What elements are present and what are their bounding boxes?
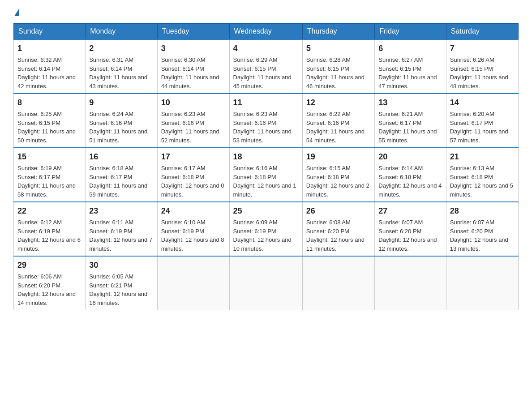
daylight-label: Daylight: 11 hours and 44 minutes. bbox=[161, 74, 219, 90]
daylight-label: Daylight: 12 hours and 0 minutes. bbox=[161, 182, 224, 198]
daylight-label: Daylight: 11 hours and 43 minutes. bbox=[89, 74, 147, 90]
logo bbox=[13, 9, 19, 16]
calendar-cell bbox=[446, 256, 518, 310]
sunset-label: Sunset: 6:19 PM bbox=[233, 228, 276, 235]
calendar-cell: 16 Sunrise: 6:18 AM Sunset: 6:17 PM Dayl… bbox=[86, 148, 157, 202]
daylight-label: Daylight: 11 hours and 42 minutes. bbox=[17, 74, 76, 90]
calendar-cell bbox=[375, 256, 446, 310]
sunrise-label: Sunrise: 6:31 AM bbox=[89, 56, 133, 63]
daylight-label: Daylight: 11 hours and 58 minutes. bbox=[17, 182, 76, 198]
calendar-cell: 27 Sunrise: 6:07 AM Sunset: 6:20 PM Dayl… bbox=[375, 202, 446, 256]
day-header-sunday: Sunday bbox=[14, 24, 86, 40]
sunset-label: Sunset: 6:17 PM bbox=[17, 174, 60, 180]
sunset-label: Sunset: 6:19 PM bbox=[161, 228, 204, 235]
day-number: 10 bbox=[161, 97, 226, 109]
sunrise-label: Sunrise: 6:19 AM bbox=[17, 165, 62, 171]
day-number: 18 bbox=[233, 151, 299, 163]
sunset-label: Sunset: 6:16 PM bbox=[306, 120, 349, 126]
daylight-label: Daylight: 11 hours and 48 minutes. bbox=[450, 74, 508, 90]
sunset-label: Sunset: 6:18 PM bbox=[450, 174, 493, 180]
calendar-cell: 15 Sunrise: 6:19 AM Sunset: 6:17 PM Dayl… bbox=[14, 148, 86, 202]
daylight-label: Daylight: 12 hours and 13 minutes. bbox=[450, 236, 508, 252]
calendar-cell: 12 Sunrise: 6:22 AM Sunset: 6:16 PM Dayl… bbox=[302, 94, 374, 148]
calendar-cell: 18 Sunrise: 6:16 AM Sunset: 6:18 PM Dayl… bbox=[229, 148, 302, 202]
calendar-cell: 24 Sunrise: 6:10 AM Sunset: 6:19 PM Dayl… bbox=[157, 202, 229, 256]
day-number: 25 bbox=[233, 205, 299, 217]
sunrise-label: Sunrise: 6:32 AM bbox=[17, 56, 62, 63]
sunrise-label: Sunrise: 6:14 AM bbox=[378, 165, 423, 171]
sunset-label: Sunset: 6:15 PM bbox=[306, 65, 349, 72]
daylight-label: Daylight: 12 hours and 2 minutes. bbox=[306, 182, 369, 198]
calendar-cell: 9 Sunrise: 6:24 AM Sunset: 6:16 PM Dayli… bbox=[86, 94, 157, 148]
logo-triangle-icon bbox=[14, 9, 19, 16]
day-number: 7 bbox=[450, 43, 515, 55]
calendar-cell: 17 Sunrise: 6:17 AM Sunset: 6:18 PM Dayl… bbox=[157, 148, 229, 202]
sunset-label: Sunset: 6:15 PM bbox=[378, 65, 421, 72]
day-number: 16 bbox=[89, 151, 153, 163]
day-number: 6 bbox=[378, 43, 442, 55]
calendar-cell: 19 Sunrise: 6:15 AM Sunset: 6:18 PM Dayl… bbox=[302, 148, 374, 202]
day-number: 27 bbox=[378, 205, 442, 217]
daylight-label: Daylight: 12 hours and 8 minutes. bbox=[161, 236, 224, 252]
day-number: 30 bbox=[89, 259, 153, 271]
sunrise-label: Sunrise: 6:23 AM bbox=[161, 111, 206, 117]
sunrise-label: Sunrise: 6:12 AM bbox=[17, 219, 62, 226]
sunrise-label: Sunrise: 6:09 AM bbox=[233, 219, 278, 226]
sunset-label: Sunset: 6:20 PM bbox=[17, 282, 60, 289]
sunset-label: Sunset: 6:17 PM bbox=[378, 120, 421, 126]
sunset-label: Sunset: 6:18 PM bbox=[161, 174, 204, 180]
calendar-cell: 29 Sunrise: 6:06 AM Sunset: 6:20 PM Dayl… bbox=[14, 256, 86, 310]
calendar-cell: 28 Sunrise: 6:07 AM Sunset: 6:20 PM Dayl… bbox=[446, 202, 518, 256]
calendar-cell: 4 Sunrise: 6:29 AM Sunset: 6:15 PM Dayli… bbox=[229, 39, 302, 94]
sunrise-label: Sunrise: 6:15 AM bbox=[306, 165, 351, 171]
sunrise-label: Sunrise: 6:08 AM bbox=[306, 219, 351, 226]
sunset-label: Sunset: 6:18 PM bbox=[233, 174, 276, 180]
sunrise-label: Sunrise: 6:23 AM bbox=[233, 111, 278, 117]
sunset-label: Sunset: 6:18 PM bbox=[306, 174, 349, 180]
day-number: 29 bbox=[17, 259, 82, 271]
sunrise-label: Sunrise: 6:13 AM bbox=[450, 165, 494, 171]
sunrise-label: Sunrise: 6:25 AM bbox=[17, 111, 62, 117]
day-number: 19 bbox=[306, 151, 371, 163]
sunset-label: Sunset: 6:15 PM bbox=[17, 120, 60, 126]
day-number: 12 bbox=[306, 97, 371, 109]
daylight-label: Daylight: 11 hours and 57 minutes. bbox=[450, 128, 508, 144]
sunrise-label: Sunrise: 6:20 AM bbox=[450, 111, 494, 117]
day-number: 3 bbox=[161, 43, 226, 55]
sunset-label: Sunset: 6:15 PM bbox=[450, 65, 493, 72]
daylight-label: Daylight: 11 hours and 53 minutes. bbox=[233, 128, 292, 144]
calendar-cell: 20 Sunrise: 6:14 AM Sunset: 6:18 PM Dayl… bbox=[375, 148, 446, 202]
sunrise-label: Sunrise: 6:22 AM bbox=[306, 111, 351, 117]
sunrise-label: Sunrise: 6:06 AM bbox=[17, 273, 62, 280]
calendar-table: SundayMondayTuesdayWednesdayThursdayFrid… bbox=[13, 23, 519, 310]
sunrise-label: Sunrise: 6:07 AM bbox=[378, 219, 423, 226]
calendar-cell bbox=[302, 256, 374, 310]
calendar-cell: 14 Sunrise: 6:20 AM Sunset: 6:17 PM Dayl… bbox=[446, 94, 518, 148]
calendar-cell: 6 Sunrise: 6:27 AM Sunset: 6:15 PM Dayli… bbox=[375, 39, 446, 94]
week-row-3: 15 Sunrise: 6:19 AM Sunset: 6:17 PM Dayl… bbox=[14, 148, 519, 202]
day-number: 13 bbox=[378, 97, 442, 109]
sunset-label: Sunset: 6:20 PM bbox=[450, 228, 493, 235]
day-header-wednesday: Wednesday bbox=[229, 24, 302, 40]
calendar-cell: 8 Sunrise: 6:25 AM Sunset: 6:15 PM Dayli… bbox=[14, 94, 86, 148]
day-number: 20 bbox=[378, 151, 442, 163]
sunrise-label: Sunrise: 6:17 AM bbox=[161, 165, 206, 171]
sunset-label: Sunset: 6:17 PM bbox=[450, 120, 493, 126]
sunset-label: Sunset: 6:16 PM bbox=[161, 120, 204, 126]
page-header bbox=[13, 9, 519, 16]
daylight-label: Daylight: 12 hours and 11 minutes. bbox=[306, 236, 365, 252]
sunset-label: Sunset: 6:21 PM bbox=[89, 282, 132, 289]
daylight-label: Daylight: 12 hours and 10 minutes. bbox=[233, 236, 292, 252]
day-number: 17 bbox=[161, 151, 226, 163]
daylight-label: Daylight: 12 hours and 16 minutes. bbox=[89, 291, 147, 306]
calendar-cell: 22 Sunrise: 6:12 AM Sunset: 6:19 PM Dayl… bbox=[14, 202, 86, 256]
sunset-label: Sunset: 6:14 PM bbox=[89, 65, 132, 72]
day-header-thursday: Thursday bbox=[302, 24, 374, 40]
sunset-label: Sunset: 6:14 PM bbox=[161, 65, 204, 72]
sunrise-label: Sunrise: 6:11 AM bbox=[89, 219, 133, 226]
sunrise-label: Sunrise: 6:27 AM bbox=[378, 56, 423, 63]
sunset-label: Sunset: 6:20 PM bbox=[378, 228, 421, 235]
sunset-label: Sunset: 6:17 PM bbox=[89, 174, 132, 180]
sunset-label: Sunset: 6:18 PM bbox=[378, 174, 421, 180]
sunset-label: Sunset: 6:14 PM bbox=[17, 65, 60, 72]
